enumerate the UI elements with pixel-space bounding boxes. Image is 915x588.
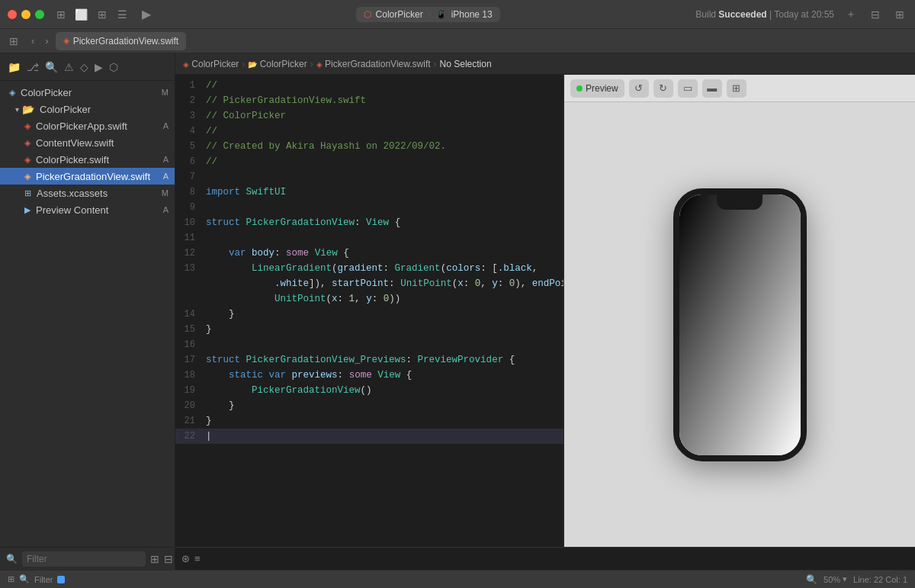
title-bar-right: Build Succeeded | Today at 20:55 ＋ ⊟ ⊞ (695, 8, 907, 21)
minimize-button[interactable] (21, 10, 30, 19)
split-icon[interactable]: ☰ (114, 8, 130, 21)
layout-icon[interactable]: ⊟ (868, 8, 883, 21)
swift-icon4: ◈ (24, 172, 30, 182)
code-line-14: 14 } (175, 307, 563, 322)
code-line-13c: 13 UnitPoint(x: 1, y: 0)) (175, 291, 563, 307)
editor-preview-split: 1// 2// PickerGradationView.swift 3// Co… (175, 75, 915, 547)
swift-file-icon: ◈ (63, 36, 69, 46)
code-line-13a: 13 LinearGradient(gradient: Gradient(col… (175, 261, 563, 276)
search-icon[interactable]: 🔍 (45, 61, 58, 73)
filter-options-icon[interactable]: ⊟ (164, 553, 173, 565)
sidebar-item-assets[interactable]: ⊞ Assets.xcassets M (0, 185, 175, 201)
code-line-5: 5// Created by Akira Hayashi on 2022/09/… (175, 139, 563, 154)
sidebar-item-colorpicker-folder[interactable]: ▾ 📂 ColorPicker (0, 101, 175, 117)
main-content: 📁 ⎇ 🔍 ⚠ ◇ ▶ ⬡ ◈ ColorPicker M ▾ 📂 ColorP… (0, 53, 915, 570)
pin-icon[interactable]: ⊛ (181, 553, 190, 564)
sidebar-badge-a3: A (163, 172, 169, 181)
editor-preview: ◈ ColorPicker › 📂 ColorPicker › ◈ Picker… (175, 53, 915, 570)
status-right: 🔍 50% ▾ Line: 22 Col: 1 (806, 574, 907, 585)
sidebar-item-contentview[interactable]: ◈ ContentView.swift (0, 134, 175, 151)
sidebar-item-label: ContentView.swift (36, 137, 114, 149)
preview-content (564, 102, 915, 547)
preview-portrait-btn[interactable]: ▭ (678, 79, 698, 98)
sidebar-item-preview-content[interactable]: ▶ Preview Content A (0, 201, 175, 218)
assets-icon: ⊞ (24, 188, 31, 198)
filter-bottom-icon[interactable]: 🔍 (19, 574, 30, 584)
sidebar-item-label: ColorPickerApp.swift (36, 120, 127, 132)
toolbar-middle-icons: ⊞ ☰ (95, 8, 130, 21)
breadcrumb-colorpicker2[interactable]: 📂 ColorPicker (248, 59, 307, 69)
sidebar-badge-m2: M (162, 188, 169, 198)
sidebar-item-label: Preview Content (36, 204, 108, 216)
sidebar-toggle-icon[interactable]: ⊞ (53, 8, 69, 21)
forward-button[interactable]: › (41, 34, 52, 48)
preview-toolbar: Preview ↺ ↻ ▭ ▬ ⊞ (564, 75, 915, 102)
folder-icon[interactable]: 📁 (8, 61, 21, 73)
code-line-15: 15} (175, 322, 563, 337)
swift-icon: ◈ (24, 121, 30, 131)
add-icon[interactable]: ＋ (843, 8, 859, 21)
sidebar-file-tree: ◈ ColorPicker M ▾ 📂 ColorPicker ◈ ColorP… (0, 81, 175, 547)
more-icon[interactable]: ⊞ (892, 8, 907, 21)
sidebar-item-colorpicker-swift[interactable]: ◈ ColorPicker.swift A (0, 151, 175, 168)
code-line-6: 6// (175, 154, 563, 169)
code-line-8: 8import SwiftUI (175, 185, 563, 200)
preview-rotate-left-btn[interactable]: ↺ (629, 79, 649, 98)
chevron-down-icon: ▾ (15, 105, 19, 114)
code-line-2: 2// PickerGradationView.swift (175, 93, 563, 108)
sidebar-item-colorpicker-root[interactable]: ◈ ColorPicker M (0, 84, 175, 101)
preview-rotate-right-btn[interactable]: ↻ (653, 79, 673, 98)
maximize-button[interactable] (35, 10, 44, 19)
breakpoints-icon[interactable]: ⬡ (109, 61, 118, 73)
preview-button[interactable]: Preview (570, 79, 624, 98)
breadcrumb-colorpicker1[interactable]: ◈ ColorPicker (183, 59, 239, 69)
play-button[interactable]: ▶ (139, 7, 154, 21)
issues-icon[interactable]: ⚠ (64, 61, 74, 73)
status-left: ⊞ 🔍 Filter (8, 574, 65, 584)
preview-panel: Preview ↺ ↻ ▭ ▬ ⊞ (564, 75, 915, 547)
code-line-7: 7 (175, 169, 563, 185)
swift-icon2: ◈ (24, 138, 30, 148)
sidebar-item-pickergradation[interactable]: ◈ PickerGradationView.swift A (0, 168, 175, 185)
sidebar-item-label: PickerGradationView.swift (36, 171, 150, 182)
close-button[interactable] (8, 10, 17, 19)
sidebar-badge-a4: A (163, 205, 169, 214)
device-icon: 📱 (435, 9, 447, 20)
title-bar: ⊞ ⬜ ⊞ ☰ ▶ ⬡ ColorPicker › 📱 iPhone 13 Bu… (0, 0, 915, 29)
code-line-22: 22| (175, 429, 563, 444)
zoom-control[interactable]: 50% ▾ (824, 574, 847, 584)
title-bar-center: ⬡ ColorPicker › 📱 iPhone 13 (160, 7, 695, 22)
sidebar: 📁 ⎇ 🔍 ⚠ ◇ ▶ ⬡ ◈ ColorPicker M ▾ 📂 ColorP… (0, 53, 175, 570)
device-app-name: ⬡ (364, 9, 371, 20)
list-icon[interactable]: ≡ (194, 553, 201, 564)
code-line-12: 12 var body: some View { (175, 246, 563, 261)
toolbar-left-icons: ⊞ ⬜ (53, 8, 88, 21)
preview-landscape-btn[interactable]: ▬ (702, 79, 722, 98)
expand-icon[interactable]: ⬜ (73, 8, 88, 21)
code-editor[interactable]: 1// 2// PickerGradationView.swift 3// Co… (175, 75, 564, 547)
source-control-icon[interactable]: ⎇ (27, 61, 39, 73)
filter-input[interactable] (22, 551, 146, 567)
grid-icon[interactable]: ⊞ (95, 8, 110, 21)
tab-filename: PickerGradationView.swift (73, 36, 179, 47)
debug-icon[interactable]: ▶ (95, 61, 103, 73)
code-line-16: 16 (175, 337, 563, 352)
test-icon[interactable]: ◇ (80, 61, 88, 73)
line-col-status: Line: 22 Col: 1 (853, 575, 907, 584)
preview-stack-btn[interactable]: ⊞ (727, 79, 746, 98)
breadcrumb-selection[interactable]: No Selection (440, 59, 492, 69)
sidebar-item-label: ColorPicker (21, 87, 72, 98)
device-info[interactable]: ⬡ ColorPicker › 📱 iPhone 13 (356, 7, 500, 22)
zoom-icon: 🔍 (806, 574, 817, 585)
device-sep: › (428, 9, 431, 20)
preview-label: Preview (586, 83, 618, 94)
add-filter-icon[interactable]: ⊞ (150, 553, 159, 565)
code-line-4: 4// (175, 124, 563, 139)
sidebar-item-colorpickerapp[interactable]: ◈ ColorPickerApp.swift A (0, 117, 175, 134)
tab-bar: ⊞ ‹ › ◈ PickerGradationView.swift (0, 29, 915, 53)
breadcrumb-file[interactable]: ◈ PickerGradationView.swift (316, 59, 431, 69)
editor-tab[interactable]: ◈ PickerGradationView.swift (56, 32, 187, 50)
back-button[interactable]: ‹ (27, 34, 38, 48)
sidebar-icon[interactable]: ⊞ (6, 35, 21, 47)
sidebar-footer: 🔍 ⊞ ⊟ (0, 547, 175, 570)
